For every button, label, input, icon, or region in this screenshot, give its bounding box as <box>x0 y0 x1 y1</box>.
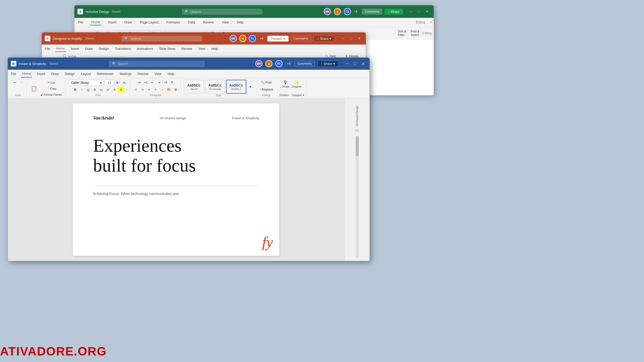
excel-tab-file[interactable]: File <box>76 19 85 25</box>
excel-tab-home[interactable]: Home <box>90 19 102 25</box>
styles-expand-button[interactable]: ▾ <box>247 84 253 90</box>
word-undo-button[interactable]: ↩ <box>12 80 18 85</box>
style-card-no-spacing[interactable]: AaBbCc No Spacing <box>205 80 225 94</box>
word-minimize-button[interactable]: ─ <box>343 61 350 66</box>
word-tab-mailings[interactable]: Mailings <box>119 70 133 77</box>
style-card-heading1[interactable]: AaBbCc Heading 1 <box>226 80 246 94</box>
word-tab-home[interactable]: Home <box>21 70 32 77</box>
word-tab-file[interactable]: File <box>10 70 17 77</box>
ppt-tab-animations[interactable]: Animations <box>136 46 154 52</box>
sort-button[interactable]: ↕A <box>163 80 169 85</box>
excel-tab-insert[interactable]: Insert <box>107 19 118 25</box>
word-tab-help[interactable]: Help <box>167 70 175 77</box>
align-right-button[interactable]: ≡ <box>146 87 152 92</box>
word-tab-insert[interactable]: Insert <box>36 70 46 77</box>
excel-minimize-button[interactable]: ─ <box>408 9 415 14</box>
scroll-track[interactable] <box>356 136 359 258</box>
word-superscript-button[interactable]: x² <box>105 87 111 93</box>
word-copy-button[interactable]: 📄 Copy <box>39 86 63 91</box>
ppt-tab-insert[interactable]: Insert <box>70 46 80 52</box>
excel-tab-review[interactable]: Review <box>202 19 215 25</box>
excel-share-button[interactable]: ↑ Share <box>385 9 403 15</box>
excel-tab-view[interactable]: View <box>220 19 230 25</box>
ppt-present-button[interactable]: Present ▾ <box>267 36 288 42</box>
avatar-fs: FS <box>344 8 351 15</box>
ppt-minimize-button[interactable]: ─ <box>340 36 347 41</box>
border-button[interactable]: ⊞ <box>173 87 179 92</box>
excel-tab-draw[interactable]: Draw <box>123 19 133 25</box>
ppt-search-box[interactable]: 🔍 Search <box>122 36 202 42</box>
ppt-tab-home[interactable]: Home <box>55 46 66 52</box>
word-tab-layout[interactable]: Layout <box>80 70 92 77</box>
excel-tab-data[interactable]: Data <box>187 19 196 25</box>
designer-label: Designer <box>292 85 302 88</box>
ppt-tab-help[interactable]: Help <box>210 46 219 52</box>
bullet-list-button[interactable]: ≡• <box>136 80 142 85</box>
ppt-tab-draw[interactable]: Draw <box>84 46 94 52</box>
word-font-selector[interactable]: Calibri (Body) ▾ <box>69 80 104 86</box>
word-search-box[interactable]: 🔍 Search <box>109 61 205 67</box>
indent-increase-button[interactable]: ⇥ <box>156 80 162 85</box>
excel-tab-help[interactable]: Help <box>235 19 245 25</box>
justify-button[interactable]: ≡ <box>153 87 159 92</box>
ppt-tab-view[interactable]: View <box>197 46 206 52</box>
word-tab-references[interactable]: References <box>96 70 114 77</box>
ppt-tab-review[interactable]: Review <box>180 46 193 52</box>
excel-comments-button[interactable]: Comments <box>362 9 382 14</box>
indent-decrease-button[interactable]: ⇤ <box>149 80 155 85</box>
word-cut-button[interactable]: ✂ Cut <box>39 80 63 85</box>
find-select-button[interactable]: Find &Select <box>409 29 421 37</box>
word-font-grow[interactable]: A↑ <box>115 80 121 86</box>
word-font-size[interactable]: 11 <box>104 80 114 86</box>
word-subscript-button[interactable]: x₂ <box>98 87 104 93</box>
excel-close-button[interactable]: ✕ <box>424 9 431 14</box>
word-tab-view[interactable]: View <box>153 70 163 77</box>
number-list-button[interactable]: ≡1 <box>143 80 149 85</box>
word-strikethrough-button[interactable]: S <box>92 87 98 93</box>
word-replace-button[interactable]: ↕ Replace <box>258 87 274 92</box>
word-tab-design[interactable]: Design <box>64 70 76 77</box>
ppt-tab-file[interactable]: File <box>44 46 51 52</box>
align-center-button[interactable]: ≡ <box>140 87 146 92</box>
excel-search-box[interactable]: 🔍 Search <box>182 9 262 15</box>
ppt-tab-slideshow[interactable]: Slide Show <box>158 46 176 52</box>
word-italic-button[interactable]: I <box>79 87 85 93</box>
ppt-comments-button[interactable]: Comments <box>291 36 311 41</box>
excel-tab-pagelayout[interactable]: Page Layout <box>139 19 160 25</box>
sort-filter-button[interactable]: Sort &Filter <box>396 29 408 37</box>
ppt-tab-transitions[interactable]: Transitions <box>114 46 132 52</box>
line-spacing-button[interactable]: ↕ <box>159 87 165 92</box>
word-underline-button[interactable]: U <box>85 87 91 93</box>
word-format-painter-button[interactable]: 🖌 Format Painter <box>39 92 63 97</box>
paragraph-section-label: Paragraph <box>150 94 162 97</box>
word-bold-button[interactable]: B <box>72 87 78 93</box>
show-marks-button[interactable]: ¶ <box>169 80 175 85</box>
word-tab-review[interactable]: Review <box>137 70 149 77</box>
word-font-shrink[interactable]: A↓ <box>122 80 128 86</box>
page-title-line1: Experiences <box>93 136 259 156</box>
word-tab-draw[interactable]: Draw <box>50 70 60 77</box>
style-card-normal[interactable]: AaBbCc Normal <box>184 80 204 94</box>
word-find-button[interactable]: 🔍 Find <box>260 80 273 85</box>
shading-button[interactable]: 🎨 <box>166 87 172 92</box>
word-highlight-button[interactable]: A <box>118 87 124 93</box>
ppt-share-button[interactable]: ↑ Share ▾ <box>314 35 335 42</box>
word-designer-button[interactable]: ✨ <box>292 80 301 85</box>
ppt-extra-collaborators: +4 <box>260 37 263 40</box>
ppt-tab-design[interactable]: Design <box>98 46 110 52</box>
word-dictate-button[interactable]: 🎙 <box>282 80 289 85</box>
word-maximize-button[interactable]: □ <box>351 61 358 66</box>
scroll-thumb[interactable] <box>356 136 359 156</box>
word-close-button[interactable]: ✕ <box>359 61 367 66</box>
word-font-color-button[interactable]: A <box>111 87 117 93</box>
avatar-mm: MM <box>324 8 331 15</box>
ppt-close-button[interactable]: ✕ <box>356 36 363 41</box>
word-paste-button[interactable]: 📋 <box>30 86 38 91</box>
word-redo-button[interactable]: ↪ <box>18 80 24 85</box>
align-left-button[interactable]: ≡ <box>133 87 139 92</box>
word-share-button[interactable]: ↑ Share ▾ <box>317 61 339 67</box>
excel-maximize-button[interactable]: □ <box>416 9 423 14</box>
excel-tab-formulas[interactable]: Formulas <box>165 19 182 25</box>
ppt-maximize-button[interactable]: □ <box>348 36 355 41</box>
word-comments-button[interactable]: Comments <box>295 61 315 66</box>
